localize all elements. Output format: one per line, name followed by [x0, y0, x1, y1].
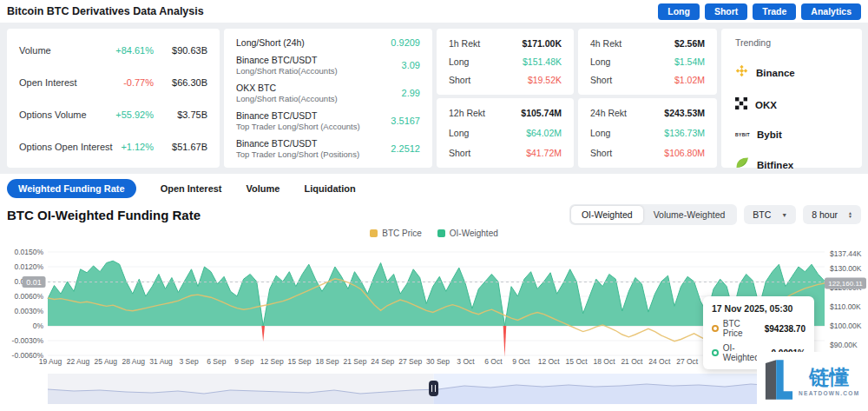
tooltip-date: 17 Nov 2025, 05:30 [712, 303, 806, 314]
tooltip-row-btc-price: BTC Price $94238.70 [712, 319, 806, 338]
svg-text:22 Aug: 22 Aug [67, 357, 90, 366]
okx-icon [735, 97, 747, 113]
svg-text:0.0120%: 0.0120% [14, 262, 43, 271]
chevron-down-icon: ▼ [781, 212, 787, 218]
tab-volume[interactable]: Volume [247, 183, 280, 194]
svg-text:30 Sep: 30 Sep [426, 357, 450, 366]
rekt-card-4h[interactable]: 4h Rekt$2.56M Long$1.54M Short$1.02M [578, 29, 717, 95]
svg-text:3 Oct: 3 Oct [457, 357, 475, 366]
svg-text:31 Aug: 31 Aug [149, 357, 173, 366]
volume-weighted-toggle[interactable]: Volume-Weighted [643, 206, 736, 223]
svg-text:15 Oct: 15 Oct [566, 357, 589, 366]
oi-weighted-dot [712, 349, 719, 356]
tab-open-interest[interactable]: Open Interest [161, 183, 222, 194]
trending-item-okx[interactable]: OKX [735, 97, 848, 113]
long-button[interactable]: Long [658, 3, 700, 20]
ratio-row-24h[interactable]: Long/Short (24h) 0.9209 [236, 37, 420, 48]
oi-weighted-toggle[interactable]: OI-Weighted [571, 206, 643, 223]
derivatives-dashboard: Bitcoin BTC Derivatives Data Analysis Lo… [0, 0, 868, 411]
svg-text:0%: 0% [33, 322, 44, 330]
stepper-arrows-icon: ▲▼ [848, 211, 852, 218]
trending-item-bybit[interactable]: BYBIT Bybit [735, 129, 848, 140]
trending-title: Trending [735, 37, 848, 48]
page-title: Bitcoin BTC Derivatives Data Analysis [7, 5, 204, 17]
bitfinex-icon [735, 156, 749, 173]
chart-section-title: BTC OI-Weighted Funding Rate [7, 208, 201, 222]
svg-text:25 Aug: 25 Aug [95, 357, 118, 366]
svg-text:12 Oct: 12 Oct [538, 357, 561, 366]
svg-text:24 Oct: 24 Oct [648, 357, 671, 366]
bybit-icon: BYBIT [735, 132, 749, 137]
svg-text:27 Oct: 27 Oct [676, 357, 699, 366]
btc-price-dot [712, 325, 719, 332]
svg-text:18 Oct: 18 Oct [593, 357, 615, 366]
stat-row-options-volume[interactable]: Options Volume +55.92% $3.75B [19, 109, 207, 120]
svg-text:18 Sep: 18 Sep [316, 357, 339, 366]
svg-text:-0.0030%: -0.0030% [12, 336, 44, 345]
watermark-domain-text: NEATDOWN.COM [799, 390, 859, 396]
ratio-row-top-trader-accounts[interactable]: Binance BTC/USDT Top Trader Long/Short (… [236, 110, 420, 131]
svg-text:0.0060%: 0.0060% [14, 292, 43, 301]
ratio-row-binance-accounts[interactable]: Binance BTC/USDT Long/Short Ratio(Accoun… [236, 55, 420, 76]
svg-text:0.0150%: 0.0150% [14, 248, 43, 256]
rekt-card-1h[interactable]: 1h Rekt$171.00K Long$151.48K Short$19.52… [437, 29, 574, 95]
svg-text:$137.44K: $137.44K [830, 249, 862, 258]
neatdown-watermark: 链懂 NEATDOWN.COM [757, 352, 868, 411]
svg-text:21 Sep: 21 Sep [343, 357, 366, 366]
neatdown-logo-icon [764, 359, 793, 404]
chart-controls: OI-Weighted Volume-Weighted BTC ▼ 8 hour… [569, 204, 861, 225]
svg-text:9 Sep: 9 Sep [234, 357, 253, 366]
trade-button[interactable]: Trade [753, 3, 796, 20]
svg-text:15 Sep: 15 Sep [288, 357, 312, 366]
stat-row-volume[interactable]: Volume +84.61% $90.63B [19, 45, 207, 56]
ratio-row-okx-accounts[interactable]: OKX BTC Long/Short Ratio(Accounts) 2.99 [236, 83, 420, 103]
short-button[interactable]: Short [705, 3, 747, 20]
market-stats-card: Volume +84.61% $90.63B Open Interest -0.… [7, 29, 220, 168]
top-bar: Bitcoin BTC Derivatives Data Analysis Lo… [0, 0, 868, 23]
svg-text:9 Oct: 9 Oct [512, 357, 530, 366]
binance-icon [735, 64, 748, 81]
tab-liquidation[interactable]: Liquidation [304, 183, 355, 194]
svg-text:$110.00K: $110.00K [830, 302, 861, 311]
svg-text:0.01: 0.01 [26, 278, 42, 287]
watermark-cn-text: 链懂 [809, 367, 849, 388]
trending-card: Trending Binance OKX [721, 29, 862, 168]
svg-text:6 Sep: 6 Sep [207, 357, 226, 366]
tab-weighted-funding-rate[interactable]: Weighted Funding Rate [7, 179, 136, 198]
header-buttons: Long Short Trade Analytics [658, 3, 861, 20]
svg-text:19 Aug: 19 Aug [39, 357, 62, 366]
long-short-ratio-card: Long/Short (24h) 0.9209 Binance BTC/USDT… [224, 29, 432, 168]
navigator-handle[interactable] [429, 381, 438, 396]
svg-text:27 Sep: 27 Sep [398, 357, 422, 366]
svg-text:6 Oct: 6 Oct [484, 357, 503, 366]
chart-tabs: Weighted Funding Rate Open Interest Volu… [7, 179, 356, 198]
rekt-card-24h[interactable]: 24h Rekt$243.53M Long$136.73M Short$106.… [578, 98, 717, 168]
svg-text:$90.00K: $90.00K [830, 341, 858, 349]
stat-row-options-open-interest[interactable]: Options Open Interest +1.12% $51.67B [19, 142, 207, 152]
interval-select[interactable]: 8 hour ▲▼ [803, 205, 861, 224]
analytics-button[interactable]: Analytics [801, 3, 861, 20]
svg-text:$100.00K: $100.00K [830, 322, 862, 330]
trending-item-binance[interactable]: Binance [735, 64, 848, 81]
svg-text:$130.00K: $130.00K [830, 264, 862, 273]
svg-text:122,160.11: 122,160.11 [828, 280, 863, 288]
stats-band: Volume +84.61% $90.63B Open Interest -0.… [0, 23, 868, 174]
svg-text:0.0030%: 0.0030% [14, 307, 43, 315]
svg-text:24 Sep: 24 Sep [371, 357, 394, 366]
coin-select[interactable]: BTC ▼ [744, 205, 796, 224]
svg-text:12 Sep: 12 Sep [260, 357, 284, 366]
weighting-toggle: OI-Weighted Volume-Weighted [569, 204, 737, 225]
stat-row-open-interest[interactable]: Open Interest -0.77% $66.30B [19, 77, 207, 88]
svg-text:3 Sep: 3 Sep [179, 357, 198, 366]
ratio-row-top-trader-positions[interactable]: Binance BTC/USDT Top Trader Long/Short (… [236, 138, 420, 159]
svg-text:21 Oct: 21 Oct [621, 357, 643, 366]
rekt-card-12h[interactable]: 12h Rekt$105.74M Long$64.02M Short$41.72… [437, 98, 574, 168]
svg-text:28 Aug: 28 Aug [122, 357, 145, 366]
trending-item-bitfinex[interactable]: Bitfinex [735, 156, 848, 173]
